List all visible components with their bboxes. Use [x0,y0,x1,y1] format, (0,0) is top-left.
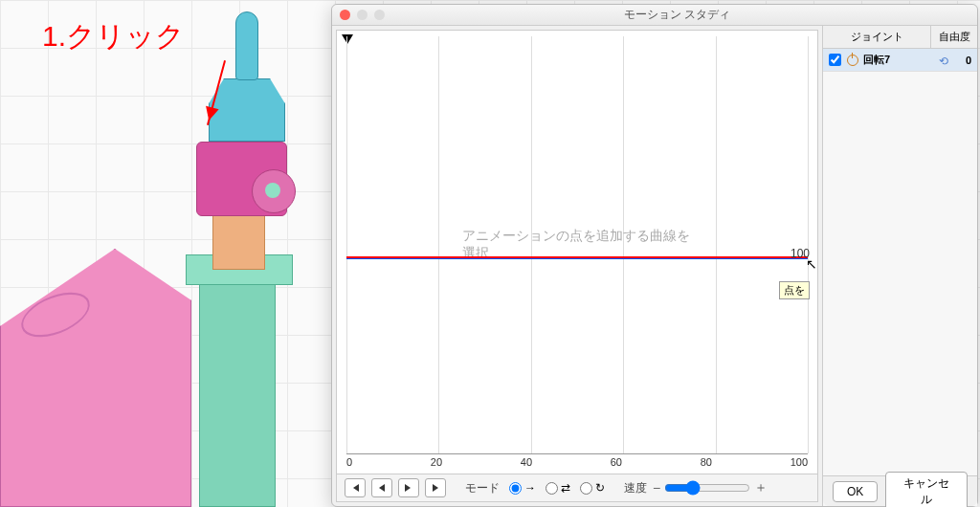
mode-radio-group: → ⇄ ↻ [509,481,605,495]
reverse-play-button[interactable] [371,478,392,497]
joint-list-header: ジョイント 自由度 [823,26,977,49]
minimize-icon [357,10,368,20]
mode-loop[interactable]: ↻ [580,481,605,495]
dof-icon [939,55,952,66]
cancel-button[interactable]: キャンセル [885,472,968,508]
close-icon[interactable] [340,10,350,20]
axis-tick: 20 [431,456,442,468]
dialog-title: モーション スタディ [385,7,969,23]
timeline-graph[interactable]: アニメーションの点を追加する曲線を選択 100 ↖ 点を [346,36,808,454]
mode-pingpong[interactable]: ⇄ [546,481,570,495]
cursor-icon: ↖ [806,256,817,272]
model-pillar[interactable] [199,268,276,507]
time-axis: 0 20 40 60 80 100 [337,454,817,474]
axis-tick: 60 [611,456,622,468]
tooltip-fragment: 点を [779,281,810,299]
maximize-icon [374,10,385,20]
motion-study-dialog: モーション スタディ アニメーションの点を追加する曲線を選択 100 ↖ 点を … [331,4,978,507]
speed-slider[interactable] [664,480,750,496]
speed-decrease-icon[interactable]: − [653,480,660,496]
speed-label: 速度 [624,480,647,496]
column-dof: 自由度 [931,26,977,48]
time-marker[interactable] [342,34,353,44]
axis-tick: 80 [701,456,712,468]
play-button[interactable] [425,478,446,497]
animation-curve[interactable] [346,256,808,259]
axis-tick: 100 [791,456,808,468]
column-joint: ジョイント [823,26,931,48]
speed-increase-icon[interactable]: ＋ [754,479,768,496]
model-block[interactable] [212,212,265,270]
joint-name: 回転7 [863,53,939,67]
model-joint[interactable] [196,142,287,216]
dialog-titlebar[interactable]: モーション スタディ [332,5,977,26]
ok-button[interactable]: OK [833,481,878,502]
revolute-joint-icon [847,55,858,66]
joint-row[interactable]: 回転7 0 [823,49,977,72]
axis-tick: 0 [346,456,352,468]
joint-checkbox[interactable] [829,54,841,66]
axis-tick: 40 [521,456,532,468]
model-top-cap[interactable] [209,78,285,142]
joint-value: 0 [958,55,971,66]
model-cylinder[interactable] [235,11,258,80]
graph-panel: アニメーションの点を追加する曲線を選択 100 ↖ 点を 0 20 40 60 … [336,30,818,502]
transport-bar: モード → ⇄ ↻ 速度 − ＋ [337,474,817,501]
mode-label: モード [465,480,500,496]
skip-end-button[interactable] [398,478,419,497]
joint-list-panel: ジョイント 自由度 回転7 0 OK キャンセル [822,26,977,506]
skip-start-button[interactable] [345,478,366,497]
mode-once[interactable]: → [509,481,536,495]
dialog-footer: OK キャンセル [823,475,977,506]
